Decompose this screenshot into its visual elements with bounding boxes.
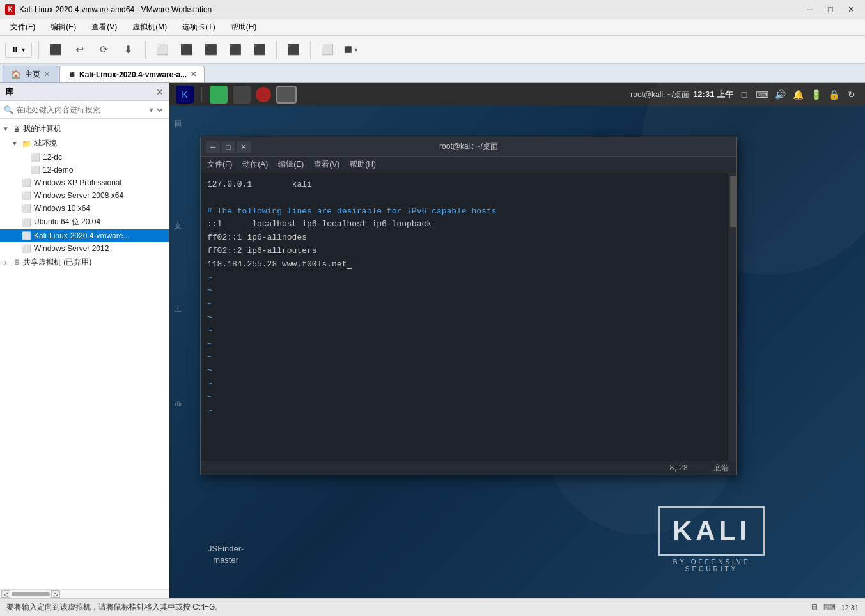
vm-bg-label-4: dir xyxy=(175,400,182,408)
tabs-area: 🏠 主页 ✕ 🖥 Kali-Linux-2020.4-vmware-a... ✕ xyxy=(0,64,865,83)
tab-home-label: 主页 xyxy=(25,69,40,80)
tree-item-mycomputer[interactable]: ▼ 🖥 我的计算机 xyxy=(0,121,169,136)
computer-icon: 🖥 xyxy=(13,258,20,267)
menu-file[interactable]: 文件(F) xyxy=(4,20,42,34)
tree-item-kali[interactable]: ⬜ Kali-Linux-2020.4-vmware... xyxy=(0,229,169,242)
tab-home-close[interactable]: ✕ xyxy=(44,70,50,79)
toolbar-view4[interactable]: ⬛ xyxy=(225,40,245,60)
pause-button[interactable]: ⏸ ▼ xyxy=(5,42,32,58)
terminal-status-pos: 8,28 xyxy=(669,464,688,473)
terminal-menu-action[interactable]: 动作(A) xyxy=(242,159,268,170)
window-controls: ─ □ ✕ xyxy=(801,3,860,16)
kali-taskbar-icon-2[interactable] xyxy=(233,86,251,104)
menu-help[interactable]: 帮助(H) xyxy=(224,20,263,34)
scroll-left-btn[interactable]: ◁ xyxy=(1,590,10,598)
close-button[interactable]: ✕ xyxy=(842,3,860,16)
kali-logo-box: KALI xyxy=(658,506,765,556)
toolbar-snapshot[interactable]: ↩ xyxy=(70,40,90,60)
terminal-window[interactable]: ─ □ ✕ root@kali: ~/桌面 文件(F) 动作(A) 编辑(E) … xyxy=(200,137,737,475)
titlebar: K Kali-Linux-2020.4-vmware-amd64 - VMwar… xyxy=(0,0,865,19)
vm-icon: ⬜ xyxy=(22,204,31,213)
terminal-menu-help[interactable]: 帮助(H) xyxy=(350,159,376,170)
term-line-tilde-4: ~ xyxy=(207,311,722,325)
terminal-minimize-btn[interactable]: ─ xyxy=(206,141,220,153)
scroll-thumb[interactable] xyxy=(12,592,50,596)
terminal-menu-view[interactable]: 查看(V) xyxy=(314,159,339,170)
tree-item-win2012[interactable]: ⬜ Windows Server 2012 xyxy=(0,242,169,255)
sidebar-search-input[interactable] xyxy=(16,105,143,114)
term-line-ipv6-1: ::1 localhost ip6-localhost ip6-loopback xyxy=(207,218,722,231)
tree-item-win10[interactable]: ⬜ Windows 10 x64 xyxy=(0,202,169,215)
kali-vm[interactable]: K root@kali: ~/桌面 12:31 上午 □ ⌨ 🔊 🔔 🔋 🔒 xyxy=(169,83,865,598)
minimize-button[interactable]: ─ xyxy=(801,3,819,16)
term-line-tilde-10: ~ xyxy=(207,391,722,404)
tree-item-12demo[interactable]: ⬜ 12-demo xyxy=(0,164,169,176)
terminal-body: 127.0.0.1 kali # The following lines are… xyxy=(201,173,736,461)
terminal-menu-edit[interactable]: 编辑(E) xyxy=(278,159,304,170)
tree-label-12dc: 12-dc xyxy=(43,153,62,162)
terminal-title: root@kali: ~/桌面 xyxy=(251,141,687,152)
tree-item-win2008[interactable]: ⬜ Windows Server 2008 x64 xyxy=(0,189,169,202)
toolbar-send-to-remote[interactable]: ⬛ xyxy=(45,40,66,60)
term-line-tilde-9: ~ xyxy=(207,378,722,391)
toolbar-view5[interactable]: ⬛ xyxy=(249,40,270,60)
sidebar-horizontal-scrollbar[interactable]: ◁ ▷ xyxy=(0,589,169,598)
sidebar-search-dropdown[interactable]: ▼ xyxy=(145,105,165,114)
tab-home[interactable]: 🏠 主页 ✕ xyxy=(3,66,58,82)
tree-item-ubuntu[interactable]: ⬜ Ubuntu 64 位 20.04 xyxy=(0,215,169,229)
terminal-scrollbar[interactable] xyxy=(729,173,736,461)
maximize-button[interactable]: □ xyxy=(822,3,839,16)
terminal-scroll-thumb[interactable] xyxy=(730,176,736,227)
menu-tabs[interactable]: 选项卡(T) xyxy=(176,20,221,34)
term-line-tilde-8: ~ xyxy=(207,364,722,378)
tree-item-domain[interactable]: ▼ 📁 域环境 xyxy=(0,136,169,151)
tree-item-12dc[interactable]: ⬜ 12-dc xyxy=(0,151,169,164)
terminal-maximize-btn[interactable]: □ xyxy=(221,141,235,153)
sidebar: 库 ✕ 🔍 ▼ ▼ 🖥 我的计算机 ▼ 📁 域环境 xyxy=(0,83,169,598)
kali-logo-icon: K xyxy=(182,89,187,100)
menu-view[interactable]: 查看(V) xyxy=(85,20,123,34)
toolbar: ⏸ ▼ ⬛ ↩ ⟳ ⬇ ⬜ ⬛ ⬛ ⬛ ⬛ ⬛ ⬜ ⬛▼ xyxy=(0,36,865,64)
toolbar-sep-3 xyxy=(276,41,277,59)
term-line-1: 127.0.0.1 kali xyxy=(207,178,722,192)
term-line-ipv6-3: ff02::2 ip6-allrouters xyxy=(207,245,722,258)
kali-taskbar-icon-4[interactable] xyxy=(276,86,297,104)
search-icon: 🔍 xyxy=(4,105,13,114)
kali-taskbar-icon-1[interactable] xyxy=(210,86,228,104)
tree-item-shared[interactable]: ▷ 🖥 共享虚拟机 (已弃用) xyxy=(0,255,169,270)
tree-item-winxp[interactable]: ⬜ Windows XP Professional xyxy=(0,176,169,189)
menu-edit[interactable]: 编辑(E) xyxy=(44,20,82,34)
term-line-tilde-3: ~ xyxy=(207,298,722,311)
expand-icon: ▷ xyxy=(3,259,10,266)
toolbar-view3[interactable]: ⬛ xyxy=(201,40,221,60)
vm-display[interactable]: K root@kali: ~/桌面 12:31 上午 □ ⌨ 🔊 🔔 🔋 🔒 xyxy=(169,83,865,598)
toolbar-terminal[interactable]: ⬛ xyxy=(283,40,304,60)
kali-taskbar-icon-3[interactable] xyxy=(256,87,271,102)
menubar: 文件(F) 编辑(E) 查看(V) 虚拟机(M) 选项卡(T) 帮助(H) xyxy=(0,19,865,36)
tree-label-domain: 域环境 xyxy=(34,138,57,149)
toolbar-options[interactable]: ⬛▼ xyxy=(341,40,362,60)
expand-icon: ▼ xyxy=(12,140,19,147)
terminal-close-btn[interactable]: ✕ xyxy=(237,141,251,153)
toolbar-snapshot2[interactable]: ⟳ xyxy=(94,40,114,60)
toolbar-view1[interactable]: ⬜ xyxy=(152,40,173,60)
vm-icon: ⬜ xyxy=(31,153,40,162)
vm-icon: ⬜ xyxy=(22,191,31,200)
menu-vm[interactable]: 虚拟机(M) xyxy=(126,20,173,34)
sidebar-close-button[interactable]: ✕ xyxy=(156,87,164,97)
tab-vm[interactable]: 🖥 Kali-Linux-2020.4-vmware-a... ✕ xyxy=(59,66,205,82)
topbar-sep-1 xyxy=(201,87,202,102)
kali-app-launcher[interactable]: K xyxy=(176,86,194,104)
home-icon: 🏠 xyxy=(11,70,21,79)
toolbar-view2[interactable]: ⬛ xyxy=(176,40,197,60)
toolbar-snapshot3[interactable]: ⬇ xyxy=(118,40,139,60)
terminal-content[interactable]: 127.0.0.1 kali # The following lines are… xyxy=(201,173,729,461)
jsfinder-text: JSFinder-master xyxy=(208,543,244,566)
term-line-tilde-7: ~ xyxy=(207,351,722,364)
toolbar-fullscreen[interactable]: ⬜ xyxy=(317,40,338,60)
tab-vm-close[interactable]: ✕ xyxy=(191,70,196,79)
terminal-menu-file[interactable]: 文件(F) xyxy=(207,159,232,170)
scroll-right-btn[interactable]: ▷ xyxy=(51,590,60,598)
sidebar-title: 库 xyxy=(5,86,13,98)
tree-label-winxp: Windows XP Professional xyxy=(34,178,121,187)
